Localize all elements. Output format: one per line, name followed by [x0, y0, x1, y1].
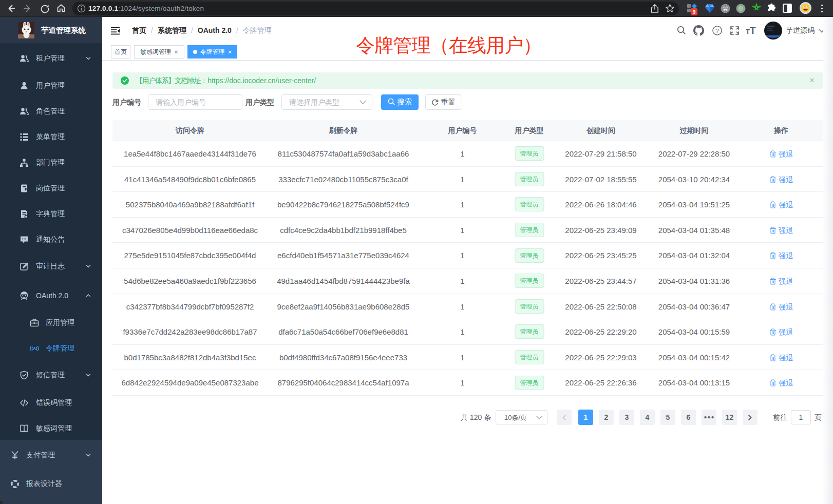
svg-text:T: T — [750, 26, 756, 35]
svg-text:A: A — [33, 346, 36, 351]
svg-text:9: 9 — [693, 9, 696, 15]
svg-text:T: T — [746, 28, 750, 35]
svg-text:⌘: ⌘ — [723, 6, 728, 12]
svg-text:?: ? — [715, 28, 718, 34]
